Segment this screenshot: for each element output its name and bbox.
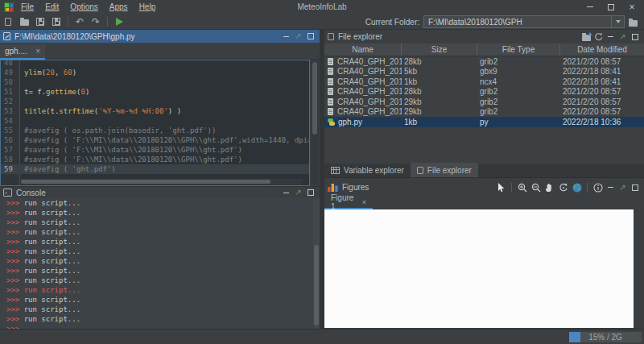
figure-canvas[interactable] bbox=[324, 209, 634, 328]
column-header-filetype[interactable]: File Type bbox=[477, 44, 560, 56]
table-row-cra40-gph-2018012-[interactable]: CRA40_GPH_2018012...28kbgrib22021/2/20 0… bbox=[324, 87, 644, 97]
scrollbar-thumb[interactable] bbox=[312, 62, 317, 135]
window-close-button[interactable]: × bbox=[621, 0, 642, 14]
file-explorer-maximize-button[interactable] bbox=[629, 31, 641, 43]
editor-maximize-button[interactable] bbox=[304, 31, 316, 42]
code-editor[interactable]: 4849ylim(20, 60)5051t= f.gettime(0)5253t… bbox=[0, 60, 310, 186]
run-script-button[interactable] bbox=[111, 15, 127, 29]
code-line[interactable]: 55#savefig ( os.path.join(basedir, 'ght.… bbox=[1, 126, 309, 135]
tab-close-icon[interactable]: × bbox=[35, 47, 40, 56]
table-row-cra40-gph-2018012-[interactable]: CRA40_GPH_2018012...29kbgrib22021/2/20 0… bbox=[324, 97, 644, 107]
console-maximize-button[interactable] bbox=[304, 187, 316, 198]
table-row-cra40-gph-2018012-[interactable]: CRA40_GPH_2018012...1kbncx42022/2/18 08:… bbox=[324, 77, 644, 87]
console-float-button[interactable]: ↗ bbox=[292, 187, 304, 198]
table-row-cra40-gph-2018012-[interactable]: CRA40_GPH_2018012...29kbgrib22021/2/20 0… bbox=[324, 107, 644, 118]
figures-minimize-button[interactable] bbox=[605, 182, 617, 193]
figures-maximize-button[interactable] bbox=[629, 182, 641, 193]
window-minimize-button[interactable] bbox=[580, 0, 601, 14]
rotate-icon bbox=[559, 183, 568, 193]
size: 5kb bbox=[402, 67, 477, 76]
editor-vertical-scrollbar[interactable] bbox=[311, 60, 319, 185]
float-arrow-icon: ↗ bbox=[295, 32, 301, 40]
tab-variable-explorer[interactable]: Variable explorer bbox=[324, 163, 411, 177]
redo-button[interactable]: ↷ bbox=[88, 15, 104, 29]
editor-horizontal-scrollbar[interactable] bbox=[21, 179, 303, 184]
code-line[interactable]: 51t= f.gettime(0) bbox=[1, 87, 309, 97]
file-type: py bbox=[477, 118, 560, 126]
menu-apps[interactable]: Apps bbox=[104, 2, 134, 11]
code-line[interactable]: 57#savefig ( 'F:\\MI\\data\\20180120\\GP… bbox=[1, 145, 309, 155]
pan-button[interactable] bbox=[543, 180, 556, 195]
window-maximize-button[interactable] bbox=[601, 0, 621, 14]
table-row-cra40-gph-2018012-[interactable]: CRA40_GPH_2018012...28kbgrib22021/2/20 0… bbox=[324, 56, 644, 67]
line-number: 48 bbox=[1, 60, 17, 68]
minimize-icon bbox=[283, 36, 289, 37]
zoom-out-button[interactable] bbox=[529, 180, 543, 195]
globe-button[interactable] bbox=[570, 180, 584, 195]
code-line[interactable]: 52 bbox=[1, 97, 309, 106]
console-minimize-button[interactable] bbox=[280, 187, 292, 198]
open-file-button[interactable] bbox=[16, 15, 32, 29]
file-icon bbox=[328, 98, 333, 106]
code-line[interactable]: 56#savefig ( 'F:\\MI\\data\\20180120\\GP… bbox=[1, 135, 309, 145]
editor-float-button[interactable]: ↗ bbox=[292, 31, 304, 42]
status-bar: 15% / 2G bbox=[0, 329, 644, 344]
file-name: CRA40_GPH_2018012... bbox=[337, 77, 402, 86]
select-cursor-button[interactable] bbox=[494, 180, 508, 195]
code-line[interactable]: 50 bbox=[1, 77, 309, 87]
code-line[interactable]: 49ylim(20, 60) bbox=[1, 68, 309, 77]
scrollbar-thumb[interactable] bbox=[21, 180, 270, 184]
column-header-modified[interactable]: Date Modified bbox=[560, 44, 644, 56]
current-folder-value[interactable]: F:\MI\data\20180120\GPH bbox=[424, 18, 611, 27]
scrollbar-thumb[interactable] bbox=[314, 245, 319, 325]
save-button[interactable] bbox=[32, 15, 48, 29]
browse-folder-button[interactable] bbox=[625, 15, 641, 29]
editor-tab-gph[interactable]: gph.... × bbox=[0, 44, 45, 60]
console-line: >>> run script... bbox=[0, 305, 320, 314]
current-folder-combobox[interactable]: F:\MI\data\20180120\GPH bbox=[423, 15, 625, 28]
tab-file-explorer[interactable]: File explorer bbox=[411, 163, 478, 177]
file-icon bbox=[328, 33, 334, 40]
tab-figure-1[interactable]: Figure 1 × bbox=[324, 197, 373, 209]
new-script-button[interactable] bbox=[0, 15, 16, 29]
parent-folder-button[interactable] bbox=[580, 31, 592, 43]
file-icon bbox=[328, 68, 333, 75]
table-row-cra40-gph-2018012-[interactable]: CRA40_GPH_2018012...5kbgbx92022/2/18 08:… bbox=[324, 67, 644, 77]
code-line[interactable]: 59#savefig ( 'ght.pdf') bbox=[1, 164, 309, 174]
menu-edit[interactable]: Edit bbox=[39, 2, 64, 11]
column-header-size[interactable]: Size bbox=[402, 44, 477, 56]
file-name: CRA40_GPH_2018012... bbox=[337, 87, 402, 96]
code-line[interactable]: 54 bbox=[1, 116, 309, 126]
editor-minimize-button[interactable] bbox=[280, 31, 292, 42]
menu-help[interactable]: Help bbox=[134, 2, 162, 11]
menu-file[interactable]: File bbox=[15, 2, 39, 11]
file-explorer-minimize-button[interactable] bbox=[605, 31, 617, 43]
code-line[interactable]: 53title(t.strftime('%Y-%m-%d %H:00') ) bbox=[1, 106, 309, 116]
console-output[interactable]: >>> run script...>>> run script...>>> ru… bbox=[0, 198, 320, 329]
menu-options[interactable]: Options bbox=[64, 2, 103, 11]
file-explorer-header: File explorer ↗ bbox=[324, 30, 644, 44]
code-line[interactable]: 48 bbox=[1, 60, 309, 68]
date-modified: 2022/2/18 08:41 bbox=[560, 67, 644, 76]
console-line: >>> run script... bbox=[0, 218, 320, 227]
toolbar-separator bbox=[68, 17, 68, 27]
table-row-gph-py[interactable]: gph.py1kbpy2022/2/18 10:36 bbox=[324, 117, 644, 127]
code-line[interactable]: 58#savefig ( 'F:\\MI\\data\\20180120\\GP… bbox=[1, 155, 309, 164]
file-explorer-float-button[interactable]: ↗ bbox=[617, 31, 629, 43]
save-as-button[interactable] bbox=[48, 15, 64, 29]
zoom-in-button[interactable] bbox=[515, 180, 529, 195]
console-vertical-scrollbar[interactable] bbox=[313, 198, 320, 329]
refresh-button[interactable] bbox=[592, 31, 605, 43]
size: 28kb bbox=[402, 57, 477, 66]
file-table-body: CRA40_GPH_2018012...28kbgrib22021/2/20 0… bbox=[324, 56, 644, 127]
combo-dropdown-button[interactable] bbox=[611, 16, 624, 27]
info-button[interactable] bbox=[591, 180, 605, 195]
tab-close-icon[interactable]: × bbox=[362, 198, 366, 206]
undo-button[interactable]: ↶ bbox=[72, 15, 88, 29]
column-header-name[interactable]: Name bbox=[324, 44, 402, 56]
rotate-button[interactable] bbox=[556, 180, 570, 195]
figures-float-button[interactable]: ↗ bbox=[617, 182, 629, 193]
memory-indicator[interactable]: 15% / 2G bbox=[569, 332, 642, 342]
save-icon bbox=[36, 18, 44, 26]
editor-file-path: F:\MI\data\20180120\GPH\gph.py bbox=[14, 32, 135, 41]
